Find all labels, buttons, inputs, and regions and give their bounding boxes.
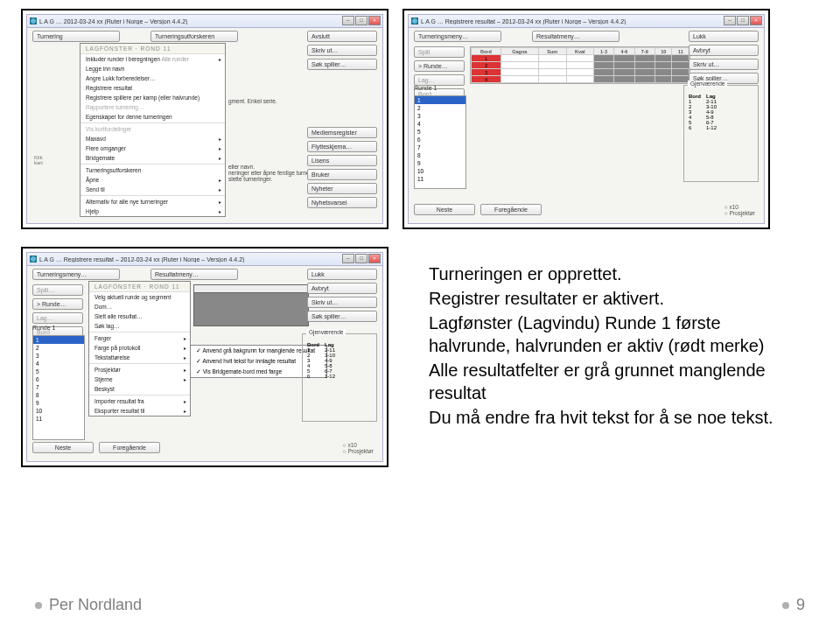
lag-button[interactable]: Lag… [32, 312, 83, 324]
x10-radio[interactable]: x10 [724, 204, 755, 210]
side-button[interactable]: Nyheter [307, 183, 377, 194]
menu-item[interactable]: Alternativ for alle nye turneringer [80, 197, 225, 206]
round-item[interactable]: 3 [415, 112, 466, 120]
side-button[interactable]: Bruker [307, 169, 377, 180]
x10-radio[interactable]: x10 [343, 442, 374, 448]
turneringsmeny-button[interactable]: Turneringsmeny… [414, 31, 501, 42]
runde-button[interactable]: > Runde… [32, 298, 83, 310]
menu-item[interactable]: Flere omganger [80, 144, 225, 153]
side-button[interactable]: Skriv ut… [307, 297, 377, 308]
side-button[interactable]: Flytteskjema… [307, 141, 377, 152]
menu-item[interactable]: Registrere resultat [80, 83, 225, 93]
minimize-button[interactable]: – [342, 254, 354, 263]
spill-button[interactable]: Spill… [32, 284, 83, 296]
menu-item[interactable]: Send til [80, 185, 225, 194]
menu-item[interactable]: Farger [89, 333, 190, 343]
maximize-button[interactable]: □ [355, 254, 368, 263]
side-button[interactable]: Søk spiller… [307, 59, 377, 70]
menu-item[interactable]: Farge på protokoll [89, 343, 190, 353]
round-item[interactable]: 6 [415, 136, 466, 144]
neste-button[interactable]: Neste [32, 442, 94, 453]
menu-item[interactable]: Åpne [80, 175, 225, 185]
side-button[interactable]: Skriv ut… [307, 45, 377, 56]
maximize-button[interactable]: □ [737, 16, 749, 25]
round-item[interactable]: 2 [33, 344, 84, 352]
turneringsutforskeren-button[interactable]: Turneringsutforskeren [150, 31, 238, 42]
menu-item[interactable]: Egenskaper for denne turneringen [80, 112, 225, 122]
menu-item[interactable]: Bridgemate [80, 153, 225, 163]
side-button[interactable]: Lisens [307, 155, 377, 166]
app-icon [30, 256, 37, 262]
round-item[interactable]: 6 [33, 375, 84, 383]
menu-item[interactable]: Beskyst [89, 384, 190, 394]
turneringsmeny-button[interactable]: Turneringsmeny… [32, 269, 120, 280]
prosjektor-radio[interactable]: Prosjektør [724, 210, 755, 216]
menu-item[interactable]: Velg aktuell runde og segment [89, 292, 190, 302]
round-item[interactable]: 8 [415, 151, 466, 159]
round-item[interactable]: 7 [33, 383, 84, 391]
menu-item[interactable]: Inkluder runder i beregningen Alle runde… [80, 54, 225, 64]
explanation-text: Turneringen er opprettet. Registrer resu… [429, 262, 805, 430]
round-item[interactable]: 9 [415, 159, 466, 167]
round-item[interactable]: 10 [33, 407, 84, 415]
round-list[interactable]: 1234567891011 [414, 95, 466, 189]
round-item[interactable]: 3 [33, 352, 84, 360]
round-item[interactable]: 9 [33, 399, 84, 407]
side-button[interactable]: Skriv ut… [689, 59, 759, 70]
menu-item[interactable]: Legge inn navn [80, 64, 225, 74]
menu-item[interactable]: Importer resultat fra [89, 396, 190, 406]
round-item[interactable]: 8 [33, 391, 84, 399]
round-item[interactable]: 11 [415, 175, 466, 183]
turnering-button[interactable]: Turnering [32, 31, 120, 42]
close-button[interactable]: × [750, 16, 762, 25]
menu-item[interactable]: Registrere spillere per kamp (eller halv… [80, 93, 225, 102]
close-button[interactable]: × [368, 254, 381, 263]
menu-item[interactable]: Tekstattørelse [89, 353, 190, 362]
close-button[interactable]: × [368, 16, 381, 25]
menu-item[interactable]: Angre Lukk forberedelser… [80, 74, 225, 83]
menu-item[interactable]: Prosjektør [89, 365, 190, 374]
spill-button[interactable]: Spill [414, 46, 465, 58]
menu-item[interactable]: Turneringsutforskeren [80, 165, 225, 175]
round-item[interactable]: 10 [415, 167, 466, 175]
round-item[interactable]: 1 [33, 336, 84, 344]
menu-item[interactable]: Rapportere turnering… [80, 102, 225, 112]
side-button[interactable]: Avbryt [307, 283, 377, 294]
side-button[interactable]: Nyhetsvarsel [307, 197, 377, 208]
side-button[interactable]: Lukk [307, 269, 377, 280]
prosjektor-radio[interactable]: Prosjektør [343, 448, 374, 454]
round-item[interactable]: 11 [33, 415, 84, 423]
menu-item[interactable]: Eksporter resultat til [89, 406, 190, 416]
minimize-button[interactable]: – [724, 16, 736, 25]
menu-item[interactable]: Maxavd [80, 134, 225, 144]
side-button[interactable]: Lukk [689, 31, 759, 42]
menu-item[interactable]: Dom… [89, 302, 190, 312]
side-button[interactable]: Søk spiller… [307, 311, 377, 322]
side-button[interactable]: Avslutt [307, 31, 377, 42]
resultatmeny-button[interactable]: Resultatmeny… [150, 269, 238, 280]
resultatmeny-button[interactable]: Resultatmeny… [532, 31, 620, 42]
side-button[interactable]: Medlemsregister [307, 127, 377, 138]
menu-item[interactable]: Hjelp [80, 206, 225, 216]
round-item[interactable]: 1 [415, 96, 466, 104]
maximize-button[interactable]: □ [355, 16, 368, 25]
runde-button[interactable]: > Runde… [414, 60, 465, 72]
round-item[interactable]: 4 [415, 120, 466, 128]
round-item[interactable]: 7 [415, 144, 466, 151]
menu-item[interactable]: Stjerne [89, 374, 190, 384]
round-item[interactable]: 5 [415, 128, 466, 136]
menu-item[interactable]: Søk lag… [89, 321, 190, 331]
round-list[interactable]: 1234567891011 [32, 335, 85, 440]
hint-left: Klik kart [34, 155, 43, 165]
round-item[interactable]: 4 [33, 360, 84, 368]
result-grid[interactable]: BordGagnaSumKval1-34-67-910111234 [470, 46, 690, 84]
foregaende-button[interactable]: Foregående [480, 204, 542, 215]
menu-item[interactable]: Slett alle resultat… [89, 312, 190, 321]
foregaende-button[interactable]: Foregående [99, 442, 160, 453]
neste-button[interactable]: Neste [414, 204, 475, 215]
menu-item[interactable]: Vis kortfordelinger [80, 124, 225, 134]
minimize-button[interactable]: – [342, 16, 354, 25]
side-button[interactable]: Avbryt [689, 45, 759, 56]
round-item[interactable]: 5 [33, 368, 84, 375]
round-item[interactable]: 2 [415, 104, 466, 112]
